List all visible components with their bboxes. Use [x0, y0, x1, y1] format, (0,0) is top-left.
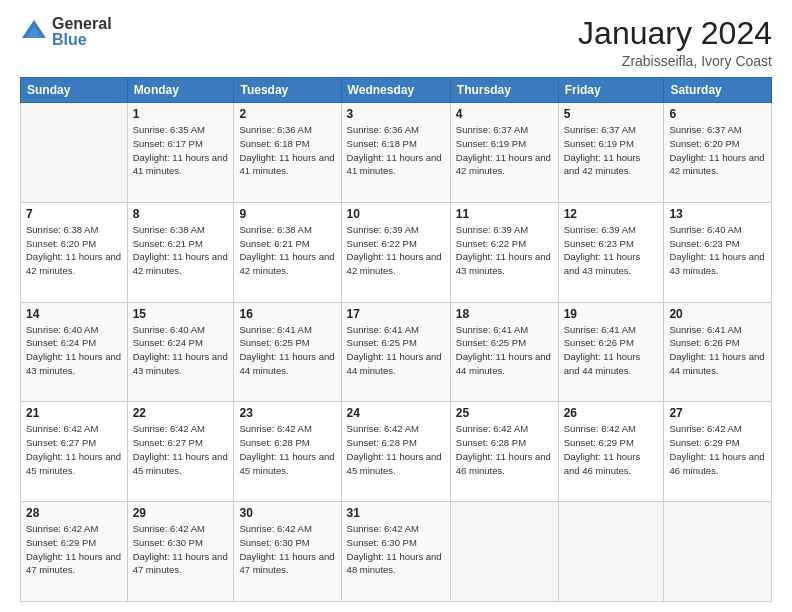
calendar-cell: 4Sunrise: 6:37 AMSunset: 6:19 PMDaylight…	[450, 103, 558, 203]
col-thursday: Thursday	[450, 78, 558, 103]
calendar-week-3: 14Sunrise: 6:40 AMSunset: 6:24 PMDayligh…	[21, 302, 772, 402]
day-detail: Sunrise: 6:39 AMSunset: 6:23 PMDaylight:…	[564, 223, 659, 278]
calendar-cell: 12Sunrise: 6:39 AMSunset: 6:23 PMDayligh…	[558, 202, 664, 302]
day-detail: Sunrise: 6:42 AMSunset: 6:28 PMDaylight:…	[347, 422, 445, 477]
calendar-body: 1Sunrise: 6:35 AMSunset: 6:17 PMDaylight…	[21, 103, 772, 602]
page: General Blue January 2024 Zrabisseifla, …	[0, 0, 792, 612]
logo-general: General	[52, 16, 112, 32]
day-number: 2	[239, 107, 335, 121]
day-detail: Sunrise: 6:40 AMSunset: 6:23 PMDaylight:…	[669, 223, 766, 278]
day-detail: Sunrise: 6:41 AMSunset: 6:26 PMDaylight:…	[564, 323, 659, 378]
calendar-cell: 29Sunrise: 6:42 AMSunset: 6:30 PMDayligh…	[127, 502, 234, 602]
day-number: 25	[456, 406, 553, 420]
day-number: 17	[347, 307, 445, 321]
day-number: 5	[564, 107, 659, 121]
calendar-cell: 8Sunrise: 6:38 AMSunset: 6:21 PMDaylight…	[127, 202, 234, 302]
day-detail: Sunrise: 6:36 AMSunset: 6:18 PMDaylight:…	[239, 123, 335, 178]
day-detail: Sunrise: 6:41 AMSunset: 6:25 PMDaylight:…	[456, 323, 553, 378]
day-detail: Sunrise: 6:42 AMSunset: 6:29 PMDaylight:…	[26, 522, 122, 577]
calendar-cell: 2Sunrise: 6:36 AMSunset: 6:18 PMDaylight…	[234, 103, 341, 203]
day-number: 22	[133, 406, 229, 420]
logo-text: General Blue	[52, 16, 112, 48]
calendar-cell: 22Sunrise: 6:42 AMSunset: 6:27 PMDayligh…	[127, 402, 234, 502]
day-number: 29	[133, 506, 229, 520]
calendar-cell: 15Sunrise: 6:40 AMSunset: 6:24 PMDayligh…	[127, 302, 234, 402]
title-block: January 2024 Zrabisseifla, Ivory Coast	[578, 16, 772, 69]
calendar-week-2: 7Sunrise: 6:38 AMSunset: 6:20 PMDaylight…	[21, 202, 772, 302]
day-number: 24	[347, 406, 445, 420]
calendar-cell: 7Sunrise: 6:38 AMSunset: 6:20 PMDaylight…	[21, 202, 128, 302]
day-detail: Sunrise: 6:38 AMSunset: 6:21 PMDaylight:…	[133, 223, 229, 278]
calendar-cell: 17Sunrise: 6:41 AMSunset: 6:25 PMDayligh…	[341, 302, 450, 402]
day-number: 4	[456, 107, 553, 121]
col-monday: Monday	[127, 78, 234, 103]
day-number: 8	[133, 207, 229, 221]
calendar-week-5: 28Sunrise: 6:42 AMSunset: 6:29 PMDayligh…	[21, 502, 772, 602]
day-number: 11	[456, 207, 553, 221]
day-detail: Sunrise: 6:37 AMSunset: 6:20 PMDaylight:…	[669, 123, 766, 178]
day-number: 23	[239, 406, 335, 420]
day-detail: Sunrise: 6:40 AMSunset: 6:24 PMDaylight:…	[133, 323, 229, 378]
day-detail: Sunrise: 6:39 AMSunset: 6:22 PMDaylight:…	[456, 223, 553, 278]
day-number: 9	[239, 207, 335, 221]
calendar-cell: 11Sunrise: 6:39 AMSunset: 6:22 PMDayligh…	[450, 202, 558, 302]
calendar-cell	[558, 502, 664, 602]
day-detail: Sunrise: 6:42 AMSunset: 6:30 PMDaylight:…	[133, 522, 229, 577]
day-detail: Sunrise: 6:42 AMSunset: 6:29 PMDaylight:…	[564, 422, 659, 477]
calendar-cell: 6Sunrise: 6:37 AMSunset: 6:20 PMDaylight…	[664, 103, 772, 203]
calendar-cell: 18Sunrise: 6:41 AMSunset: 6:25 PMDayligh…	[450, 302, 558, 402]
calendar-cell: 26Sunrise: 6:42 AMSunset: 6:29 PMDayligh…	[558, 402, 664, 502]
calendar-cell: 13Sunrise: 6:40 AMSunset: 6:23 PMDayligh…	[664, 202, 772, 302]
calendar-cell: 14Sunrise: 6:40 AMSunset: 6:24 PMDayligh…	[21, 302, 128, 402]
calendar-week-1: 1Sunrise: 6:35 AMSunset: 6:17 PMDaylight…	[21, 103, 772, 203]
col-tuesday: Tuesday	[234, 78, 341, 103]
day-detail: Sunrise: 6:37 AMSunset: 6:19 PMDaylight:…	[456, 123, 553, 178]
day-number: 20	[669, 307, 766, 321]
calendar-header: Sunday Monday Tuesday Wednesday Thursday…	[21, 78, 772, 103]
logo-icon	[20, 18, 48, 46]
day-detail: Sunrise: 6:40 AMSunset: 6:24 PMDaylight:…	[26, 323, 122, 378]
day-detail: Sunrise: 6:42 AMSunset: 6:30 PMDaylight:…	[347, 522, 445, 577]
calendar-cell: 9Sunrise: 6:38 AMSunset: 6:21 PMDaylight…	[234, 202, 341, 302]
calendar-cell: 30Sunrise: 6:42 AMSunset: 6:30 PMDayligh…	[234, 502, 341, 602]
calendar-cell	[450, 502, 558, 602]
calendar-week-4: 21Sunrise: 6:42 AMSunset: 6:27 PMDayligh…	[21, 402, 772, 502]
calendar-cell: 28Sunrise: 6:42 AMSunset: 6:29 PMDayligh…	[21, 502, 128, 602]
day-detail: Sunrise: 6:39 AMSunset: 6:22 PMDaylight:…	[347, 223, 445, 278]
calendar-cell	[664, 502, 772, 602]
day-number: 13	[669, 207, 766, 221]
day-number: 18	[456, 307, 553, 321]
day-number: 6	[669, 107, 766, 121]
calendar-cell: 25Sunrise: 6:42 AMSunset: 6:28 PMDayligh…	[450, 402, 558, 502]
header-row: Sunday Monday Tuesday Wednesday Thursday…	[21, 78, 772, 103]
col-sunday: Sunday	[21, 78, 128, 103]
logo: General Blue	[20, 16, 112, 48]
day-detail: Sunrise: 6:38 AMSunset: 6:20 PMDaylight:…	[26, 223, 122, 278]
col-wednesday: Wednesday	[341, 78, 450, 103]
day-number: 28	[26, 506, 122, 520]
calendar-cell: 31Sunrise: 6:42 AMSunset: 6:30 PMDayligh…	[341, 502, 450, 602]
calendar-cell: 19Sunrise: 6:41 AMSunset: 6:26 PMDayligh…	[558, 302, 664, 402]
calendar-cell: 16Sunrise: 6:41 AMSunset: 6:25 PMDayligh…	[234, 302, 341, 402]
day-detail: Sunrise: 6:42 AMSunset: 6:27 PMDaylight:…	[26, 422, 122, 477]
calendar-cell: 20Sunrise: 6:41 AMSunset: 6:26 PMDayligh…	[664, 302, 772, 402]
day-detail: Sunrise: 6:36 AMSunset: 6:18 PMDaylight:…	[347, 123, 445, 178]
day-number: 10	[347, 207, 445, 221]
calendar-cell: 27Sunrise: 6:42 AMSunset: 6:29 PMDayligh…	[664, 402, 772, 502]
calendar-cell: 1Sunrise: 6:35 AMSunset: 6:17 PMDaylight…	[127, 103, 234, 203]
day-detail: Sunrise: 6:42 AMSunset: 6:30 PMDaylight:…	[239, 522, 335, 577]
main-title: January 2024	[578, 16, 772, 51]
day-detail: Sunrise: 6:41 AMSunset: 6:25 PMDaylight:…	[239, 323, 335, 378]
day-detail: Sunrise: 6:42 AMSunset: 6:27 PMDaylight:…	[133, 422, 229, 477]
day-detail: Sunrise: 6:35 AMSunset: 6:17 PMDaylight:…	[133, 123, 229, 178]
day-number: 21	[26, 406, 122, 420]
day-detail: Sunrise: 6:42 AMSunset: 6:28 PMDaylight:…	[456, 422, 553, 477]
day-number: 3	[347, 107, 445, 121]
day-detail: Sunrise: 6:41 AMSunset: 6:26 PMDaylight:…	[669, 323, 766, 378]
day-detail: Sunrise: 6:41 AMSunset: 6:25 PMDaylight:…	[347, 323, 445, 378]
day-number: 7	[26, 207, 122, 221]
calendar-cell: 10Sunrise: 6:39 AMSunset: 6:22 PMDayligh…	[341, 202, 450, 302]
calendar-cell	[21, 103, 128, 203]
logo-blue: Blue	[52, 32, 112, 48]
calendar-table: Sunday Monday Tuesday Wednesday Thursday…	[20, 77, 772, 602]
